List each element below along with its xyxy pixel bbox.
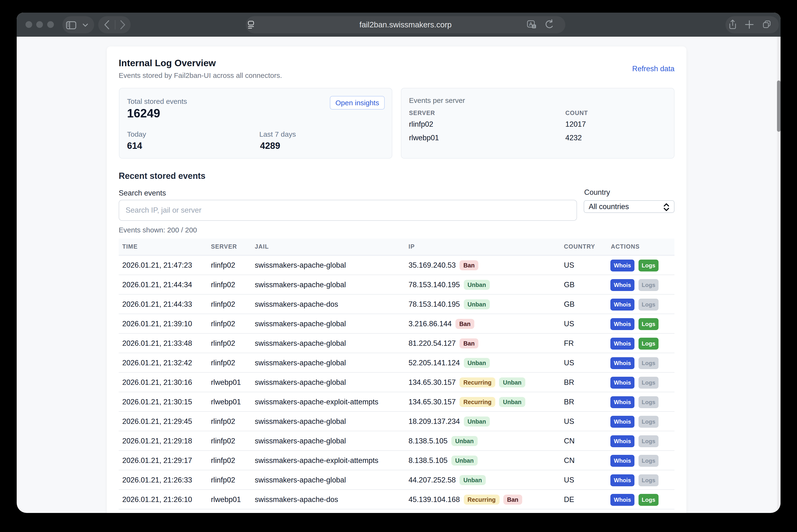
svg-text:文: 文 — [533, 25, 535, 28]
